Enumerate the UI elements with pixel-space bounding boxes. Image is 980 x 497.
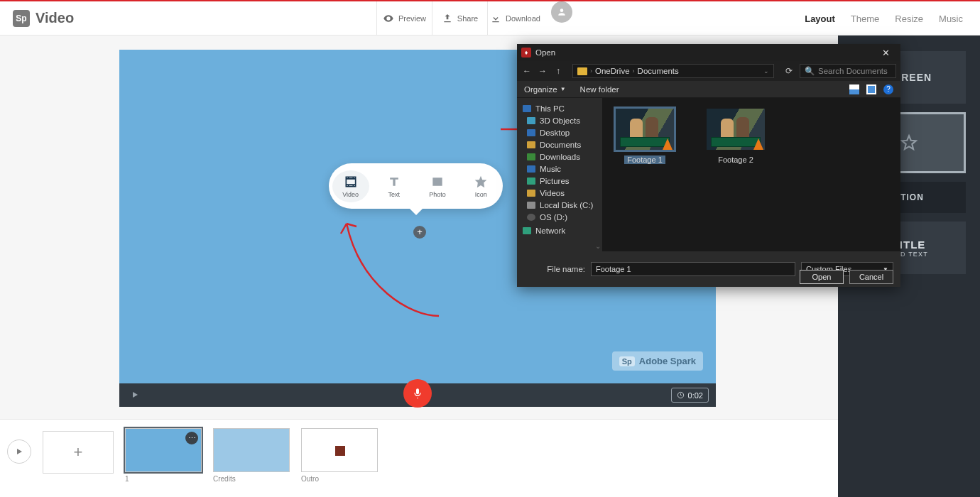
tree-pictures[interactable]: Pictures [517,175,602,187]
canvas-play-button[interactable] [131,389,139,402]
timeline: + ⋯ 1 Credits Outro [0,419,838,497]
tree-network[interactable]: Network [517,224,602,236]
tree-videos[interactable]: Videos [517,187,602,199]
nav-back-button[interactable]: ← [521,65,533,77]
slide-menu-button[interactable]: ⋯ [185,432,198,444]
watermark: Sp Adobe Spark [612,351,703,371]
file-footage-2[interactable]: Footage 2 [704,106,767,164]
tab-resize[interactable]: Resize [895,13,923,24]
dialog-search-input[interactable]: 🔍 Search Documents [800,64,896,78]
filename-label: File name: [524,265,585,273]
video-thumbnail [616,109,674,150]
filename-input[interactable] [591,262,795,276]
slide-label: Outro [301,475,378,483]
slide-thumbnail[interactable]: ⋯ [125,428,202,472]
view-mode-button[interactable] [849,84,859,94]
user-avatar-button[interactable] [551,1,572,23]
new-folder-label: New folder [580,85,619,94]
dialog-cancel-button[interactable]: Cancel [849,270,893,284]
download-icon [490,13,501,24]
add-slide-button[interactable]: + [43,431,114,474]
watermark-badge: Sp [619,356,635,366]
insert-icon-button[interactable]: Icon [462,175,499,198]
breadcrumb-documents[interactable]: Documents [638,67,679,75]
tree-desktop[interactable]: Desktop [517,126,602,138]
download-button[interactable]: Download [487,1,543,36]
timeline-slide-1[interactable]: ⋯ 1 [125,428,202,483]
tree-documents[interactable]: Documents [517,138,602,151]
logo-text: Video [36,10,74,26]
help-button[interactable]: ? [883,84,893,94]
breadcrumb-onedrive[interactable]: OneDrive [595,67,630,75]
organize-label: Organize [524,85,557,94]
app-logo: Sp Video [13,10,74,27]
filmstrip-icon [344,175,358,189]
tree-local-disk[interactable]: Local Disk (C:) [517,199,602,211]
timeline-slide-outro[interactable]: Outro [301,428,378,483]
tab-layout[interactable]: Layout [805,13,835,24]
new-folder-button[interactable]: New folder [580,85,619,94]
app-header: Sp Video Preview Share Download Layout [0,1,980,36]
duration-pill[interactable]: 0:02 [671,388,709,403]
share-icon [442,13,453,24]
tree-os-d[interactable]: OS (D:) [517,211,602,223]
tree-this-pc[interactable]: This PC [517,102,602,114]
insert-icon-label: Icon [475,191,487,198]
search-placeholder: Search Documents [818,67,888,75]
file-name-label: Footage 2 [718,155,753,164]
insert-video-label: Video [342,191,359,198]
share-label: Share [457,14,478,23]
watermark-text: Adobe Spark [639,356,696,366]
dialog-title: Open [535,48,875,57]
slide-label: 1 [125,475,202,483]
play-icon [131,390,139,399]
right-tabs: Layout Theme Resize Music [805,1,963,36]
chevron-down-icon[interactable]: ⌄ [595,242,601,250]
file-footage-1[interactable]: Footage 1 [614,106,676,164]
insert-photo-label: Photo [429,191,446,198]
slide-thumbnail[interactable] [213,428,290,472]
preview-pane-button[interactable] [866,84,876,94]
file-list[interactable]: Footage 1 Footage 2 [602,98,900,251]
tree-downloads[interactable]: Downloads [517,151,602,163]
dialog-titlebar[interactable]: ♦ Open ✕ [517,44,900,61]
tree-3d-objects[interactable]: 3D Objects [517,114,602,126]
video-thumbnail [707,109,765,150]
eye-icon [383,13,394,24]
share-button[interactable]: Share [432,1,487,36]
tab-theme[interactable]: Theme [851,13,879,24]
tree-music[interactable]: Music [517,163,602,175]
dialog-close-button[interactable]: ✕ [875,48,896,58]
timeline-play-button[interactable] [7,439,31,464]
logo-badge: Sp [13,10,30,27]
insert-text-button[interactable]: Text [376,175,413,198]
file-name-label: Footage 1 [624,155,665,164]
chevron-down-icon[interactable]: ⌄ [763,67,769,75]
dialog-open-button[interactable]: Open [800,270,844,284]
folder-icon [577,67,587,75]
preview-button[interactable]: Preview [376,1,432,36]
insert-photo-button[interactable]: Photo [419,175,456,198]
add-content-button[interactable]: + [413,226,426,239]
text-icon [387,175,401,189]
nav-forward-button[interactable]: → [537,65,548,77]
preview-label: Preview [398,14,426,23]
insert-text-label: Text [388,191,401,198]
address-bar[interactable]: › OneDrive › Documents ⌄ [572,64,774,78]
organize-menu[interactable]: Organize▼ [524,85,566,94]
app-icon: ♦ [521,48,531,58]
clock-icon [677,391,685,399]
record-voiceover-button[interactable] [403,379,432,408]
tab-music[interactable]: Music [939,13,963,24]
slide-thumbnail[interactable] [301,428,378,472]
insert-video-button[interactable]: Video [332,170,369,202]
microphone-icon [412,388,423,399]
refresh-button[interactable]: ⟳ [783,66,795,76]
playbar: 0:02 [119,383,716,407]
timeline-slide-credits[interactable]: Credits [213,428,290,483]
search-icon: 🔍 [805,66,815,76]
dialog-navbar: ← → ↑ › OneDrive › Documents ⌄ ⟳ 🔍 Searc… [517,61,900,81]
dialog-footer: File name: Custom Files▼ Open Cancel [517,251,900,287]
nav-up-button[interactable]: ↑ [552,65,564,77]
play-icon [15,447,23,456]
